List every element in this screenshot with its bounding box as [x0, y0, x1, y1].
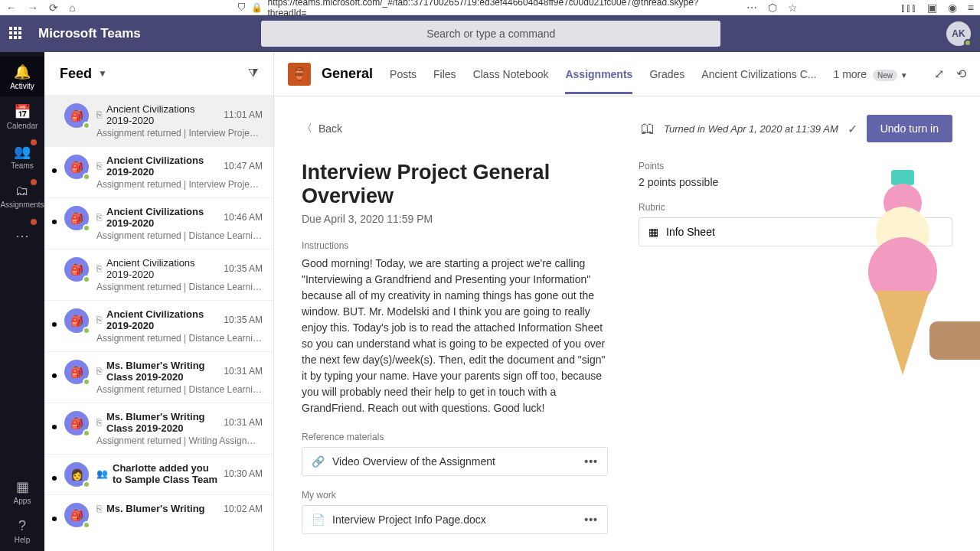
- rail-assignments[interactable]: 🗂Assignments: [0, 176, 44, 216]
- undo-turn-in-button[interactable]: Undo turn in: [867, 115, 952, 142]
- home-icon[interactable]: ⌂: [69, 2, 75, 14]
- search-input[interactable]: Search or type a command: [261, 21, 720, 47]
- rail-help[interactable]: ?Help: [0, 511, 44, 551]
- tab-posts[interactable]: Posts: [390, 54, 416, 94]
- channel-name: General: [322, 66, 373, 82]
- feed-item-subtitle: Assignment returned | Distance Learning.…: [96, 282, 263, 292]
- assignment-glyph-icon: ⎘: [96, 315, 102, 325]
- feed-item-title: Ms. Blumer's Writing Class 2019-2020: [106, 360, 219, 383]
- feed-item-title: Charlotte added you to Sample Class Team: [113, 462, 219, 485]
- more-icon[interactable]: ⋯: [746, 2, 757, 14]
- immersive-reader-icon[interactable]: 🕮: [641, 121, 655, 137]
- browser-toolbar: ← → ⟳ ⌂ ⛉ 🔒 https://teams.microsoft.com/…: [0, 0, 980, 15]
- assignments-icon: 🗂: [15, 183, 29, 199]
- assignment-glyph-icon: ⎘: [96, 504, 102, 514]
- star-icon[interactable]: ☆: [788, 2, 798, 14]
- feed-item-time: 11:01 AM: [224, 109, 263, 120]
- feed-item-title: Ancient Civilizations 2019-2020: [106, 257, 219, 280]
- feed-avatar: 🎒: [64, 257, 89, 282]
- feed-item-subtitle: Assignment returned | Interview Project.…: [96, 179, 263, 190]
- feed-item[interactable]: 🎒 ⎘ Ancient Civilizations 2019-2020 11:0…: [44, 95, 273, 146]
- feed-item[interactable]: 🎒 ⎘ Ancient Civilizations 2019-2020 10:4…: [44, 197, 273, 249]
- refresh-icon[interactable]: ⟲: [956, 67, 966, 81]
- feed-item-title: Ms. Blumer's Writing Class 2019-2020: [106, 411, 219, 434]
- new-badge: New: [873, 70, 897, 81]
- app-launcher-icon[interactable]: [9, 27, 23, 41]
- feed-item[interactable]: 🎒 ⎘ Ancient Civilizations 2019-2020 10:3…: [44, 300, 273, 351]
- sidebar-icon[interactable]: ▣: [927, 2, 937, 14]
- feed-item[interactable]: 🎒 ⎘ Ms. Blumer's Writing Class 2019-2020…: [44, 403, 273, 454]
- account-icon[interactable]: ◉: [948, 2, 957, 14]
- feed-item[interactable]: 🎒 ⎘ Ms. Blumer's Writing Class 2019-2020…: [44, 351, 273, 403]
- feed-item-time: 10:35 AM: [224, 263, 263, 274]
- tab-ancient-civilizations-c-[interactable]: Ancient Civilizations C...: [701, 54, 816, 94]
- lock-icon: 🔒: [251, 2, 263, 13]
- content-area: 🏺 General PostsFilesClass NotebookAssign…: [274, 52, 980, 551]
- mywork-file[interactable]: 📄 Interview Project Info Page.docx •••: [302, 505, 608, 534]
- tab-assignments[interactable]: Assignments: [565, 54, 632, 94]
- tab-class-notebook[interactable]: Class Notebook: [473, 54, 549, 94]
- rail-calendar[interactable]: 📅Calendar: [0, 96, 44, 136]
- shield-icon[interactable]: ⛉: [237, 2, 247, 13]
- feed-item-time: 10:31 AM: [224, 417, 263, 428]
- unread-dot: [52, 322, 57, 327]
- library-icon[interactable]: ⫿⫿⫿: [900, 2, 916, 14]
- url-text[interactable]: https://teams.microsoft.com/_#/tab::3717…: [267, 0, 737, 18]
- unread-dot: [52, 425, 57, 429]
- feed-avatar: 👩: [64, 462, 89, 487]
- back-icon[interactable]: ←: [6, 2, 17, 14]
- unread-dot: [52, 373, 57, 378]
- feed-avatar: 🎒: [64, 103, 89, 128]
- link-icon: 🔗: [312, 455, 325, 468]
- activity-feed: Feed ▼ ⧩ 🎒 ⎘ Ancient Civilizations 2019-…: [44, 52, 274, 551]
- rail-teams[interactable]: 👥Teams: [0, 136, 44, 176]
- feed-item[interactable]: 🎒 ⎘ Ancient Civilizations 2019-2020 10:4…: [44, 146, 273, 197]
- more-icon: ⋯: [15, 227, 29, 244]
- user-avatar[interactable]: AK: [946, 21, 971, 46]
- menu-icon[interactable]: ≡: [968, 2, 974, 14]
- instructions-label: Instructions: [302, 240, 608, 251]
- feed-item-time: 10:47 AM: [224, 161, 263, 171]
- feed-item-title: Ancient Civilizations 2019-2020: [106, 206, 219, 229]
- help-icon: ?: [18, 518, 26, 534]
- file-more-icon[interactable]: •••: [584, 514, 598, 526]
- tab-files[interactable]: Files: [433, 54, 456, 94]
- reload-icon[interactable]: ⟳: [49, 2, 58, 14]
- reference-file[interactable]: 🔗 Video Overview of the Assignment •••: [302, 447, 608, 476]
- team-avatar: 🏺: [288, 63, 311, 86]
- file-more-icon[interactable]: •••: [584, 455, 598, 468]
- expand-icon[interactable]: ⤢: [934, 67, 944, 81]
- assignment-due: Due April 3, 2020 11:59 PM: [302, 213, 608, 225]
- assignment-glyph-icon: 👥: [96, 468, 108, 479]
- feed-item-subtitle: Assignment returned | Interview Project.…: [96, 128, 263, 139]
- rail-more[interactable]: ⋯: [0, 216, 44, 256]
- rail-activity[interactable]: 🔔Activity: [0, 57, 44, 96]
- rail-apps[interactable]: ▦Apps: [0, 471, 44, 511]
- feed-item-subtitle: Assignment returned | Distance Learning.…: [96, 384, 263, 395]
- feed-item[interactable]: 👩 👥 Charlotte added you to Sample Class …: [44, 454, 273, 494]
- forward-icon[interactable]: →: [28, 2, 38, 14]
- reference-label: Reference materials: [302, 432, 608, 442]
- assignment-glyph-icon: ⎘: [96, 263, 102, 274]
- unread-dot: [52, 476, 57, 481]
- turned-in-status: Turned in Wed Apr 1, 2020 at 11:39 AM: [664, 123, 838, 135]
- assignment-glyph-icon: ⎘: [96, 417, 102, 428]
- app-title: Microsoft Teams: [38, 26, 141, 41]
- tab-more[interactable]: 1 more New ▼: [833, 54, 907, 94]
- feed-item-title: Ancient Civilizations 2019-2020: [106, 308, 219, 331]
- pocket-icon[interactable]: ⬡: [768, 2, 777, 14]
- back-button[interactable]: 〈 Back: [302, 122, 342, 135]
- filter-icon[interactable]: ⧩: [248, 67, 258, 80]
- grid-icon: ▦: [648, 226, 658, 238]
- app-rail: 🔔Activity 📅Calendar 👥Teams 🗂Assignments …: [0, 52, 44, 551]
- tab-grades[interactable]: Grades: [649, 54, 684, 94]
- teams-icon: 👥: [14, 143, 31, 160]
- assignment-glyph-icon: ⎘: [96, 212, 102, 223]
- check-icon: ✓: [848, 122, 858, 136]
- feed-item[interactable]: 🎒 ⎘ Ms. Blumer's Writing 10:02 AM: [44, 494, 273, 535]
- chevron-down-icon[interactable]: ▼: [98, 68, 107, 79]
- unread-dot: [52, 220, 57, 224]
- feed-item-title: Ms. Blumer's Writing: [106, 503, 205, 514]
- feed-item-time: 10:30 AM: [224, 468, 263, 479]
- feed-item[interactable]: 🎒 ⎘ Ancient Civilizations 2019-2020 10:3…: [44, 249, 273, 300]
